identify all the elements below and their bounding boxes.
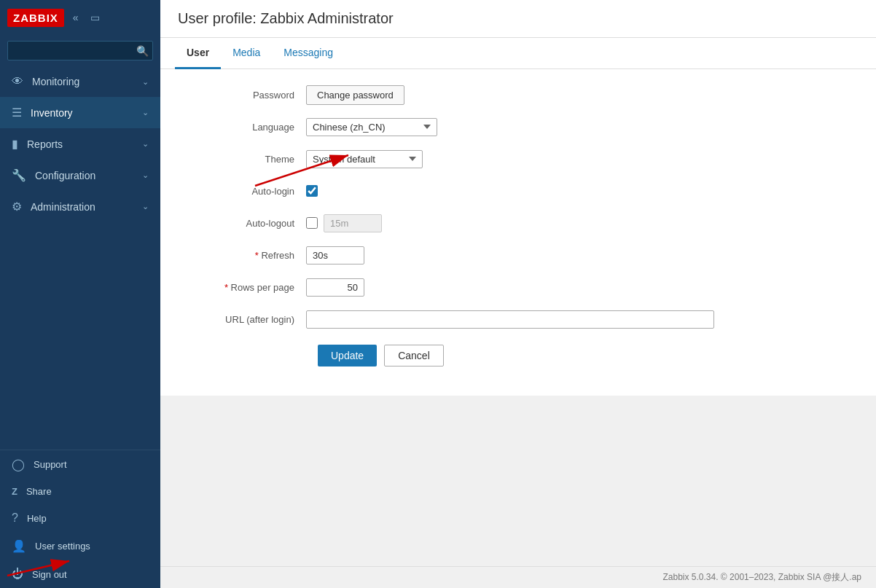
language-label: Language	[189, 122, 306, 133]
collapse-button[interactable]: «	[70, 10, 82, 25]
support-icon: ◯	[12, 458, 25, 471]
reports-arrow: ⌄	[142, 139, 149, 149]
autologin-row: Auto-login	[189, 180, 847, 202]
autologout-checkbox[interactable]	[306, 217, 318, 229]
inventory-icon: ☰	[12, 106, 22, 119]
monitoring-arrow: ⌄	[142, 77, 149, 87]
autologout-group	[306, 214, 382, 232]
tab-media[interactable]: Media	[221, 38, 272, 69]
help-icon: ?	[12, 511, 18, 525]
reports-label: Reports	[27, 138, 63, 150]
configuration-arrow: ⌄	[142, 170, 149, 180]
sidebar-item-monitoring[interactable]: 👁 Monitoring ⌄	[0, 66, 160, 97]
monitoring-label: Monitoring	[32, 76, 79, 87]
sidebar: ZABBIX « ▭ 🔍 👁 Monitoring ⌄ ☰ Inventory …	[0, 0, 160, 588]
form-body: Password Change password Language Chines…	[160, 69, 876, 381]
support-label: Support	[34, 459, 67, 470]
main-nav: 👁 Monitoring ⌄ ☰ Inventory ⌄ ▮ Reports ⌄…	[0, 66, 160, 222]
inventory-arrow: ⌄	[142, 108, 149, 117]
configuration-label: Configuration	[35, 170, 95, 181]
sidebar-item-inventory[interactable]: ☰ Inventory ⌄	[0, 97, 160, 128]
autologout-value-input	[324, 214, 382, 232]
autologin-checkbox[interactable]	[306, 185, 318, 197]
administration-icon: ⚙	[12, 200, 22, 213]
theme-row: Theme System default Blue Dark	[189, 148, 847, 170]
sidebar-item-reports[interactable]: ▮ Reports ⌄	[0, 128, 160, 160]
footer: Zabbix 5.0.34. © 2001–2023, Zabbix SIA @…	[160, 566, 876, 588]
cancel-button[interactable]: Cancel	[384, 345, 444, 366]
user-settings-icon: 👤	[12, 539, 26, 553]
theme-select[interactable]: System default Blue Dark	[306, 150, 423, 168]
page-title: User profile: Zabbix Administrator	[178, 10, 859, 27]
language-row: Language Chinese (zh_CN) English (en_US)…	[189, 116, 847, 138]
zabbix-logo: ZABBIX	[7, 9, 64, 27]
monitoring-icon: 👁	[12, 75, 23, 88]
sign-out-label: Sign out	[32, 569, 67, 580]
form-panel: User Media Messaging Password Change pas…	[160, 38, 876, 396]
refresh-row: Refresh	[189, 244, 847, 266]
user-settings-label: User settings	[35, 541, 90, 552]
sidebar-item-support[interactable]: ◯ Support	[0, 450, 160, 479]
sign-out-icon: ⏻	[12, 568, 23, 581]
main-content: User profile: Zabbix Administrator User …	[160, 0, 876, 588]
share-label: Share	[26, 486, 52, 497]
configuration-icon: 🔧	[12, 168, 26, 182]
sidebar-item-sign-out[interactable]: ⏻ Sign out	[0, 560, 160, 588]
password-label: Password	[189, 90, 306, 101]
form-actions: Update Cancel	[189, 345, 847, 366]
autologout-label: Auto-logout	[189, 218, 306, 229]
sidebar-item-share[interactable]: Z Share	[0, 479, 160, 504]
footer-text: Zabbix 5.0.34. © 2001–2023, Zabbix SIA @…	[662, 572, 861, 582]
page-header: User profile: Zabbix Administrator	[160, 0, 876, 38]
language-select[interactable]: Chinese (zh_CN) English (en_US) French (…	[306, 118, 437, 136]
search-input[interactable]	[7, 41, 153, 60]
search-box: 🔍	[7, 41, 153, 60]
administration-arrow: ⌄	[142, 202, 149, 211]
change-password-button[interactable]: Change password	[306, 85, 404, 105]
update-button[interactable]: Update	[318, 345, 377, 366]
content-area: User Media Messaging Password Change pas…	[160, 38, 876, 566]
tab-messaging[interactable]: Messaging	[272, 38, 345, 69]
share-icon: Z	[12, 486, 17, 497]
administration-label: Administration	[31, 201, 95, 213]
sidebar-item-help[interactable]: ? Help	[0, 504, 160, 532]
refresh-input[interactable]	[306, 246, 364, 264]
tab-user[interactable]: User	[175, 38, 221, 69]
sidebar-item-user-settings[interactable]: 👤 User settings	[0, 532, 160, 560]
sidebar-item-configuration[interactable]: 🔧 Configuration ⌄	[0, 160, 160, 191]
url-input[interactable]	[306, 310, 714, 329]
help-label: Help	[27, 513, 47, 524]
tabs: User Media Messaging	[160, 38, 876, 69]
rows-per-page-label: Rows per page	[189, 282, 306, 293]
reports-icon: ▮	[12, 137, 18, 151]
theme-label: Theme	[189, 154, 306, 165]
password-row: Password Change password	[189, 84, 847, 106]
search-icon-button[interactable]: 🔍	[136, 45, 149, 57]
url-label: URL (after login)	[189, 314, 306, 325]
sidebar-item-administration[interactable]: ⚙ Administration ⌄	[0, 191, 160, 222]
autologin-label: Auto-login	[189, 186, 306, 197]
rows-per-page-row: Rows per page	[189, 276, 847, 298]
url-row: URL (after login)	[189, 308, 847, 330]
fullscreen-button[interactable]: ▭	[87, 10, 103, 25]
sidebar-bottom: ◯ Support Z Share ? Help 👤 User settings…	[0, 450, 160, 588]
sidebar-header: ZABBIX « ▭	[0, 0, 160, 35]
rows-per-page-input[interactable]	[306, 278, 364, 297]
inventory-label: Inventory	[31, 107, 73, 119]
autologout-row: Auto-logout	[189, 212, 847, 234]
refresh-label: Refresh	[189, 250, 306, 261]
